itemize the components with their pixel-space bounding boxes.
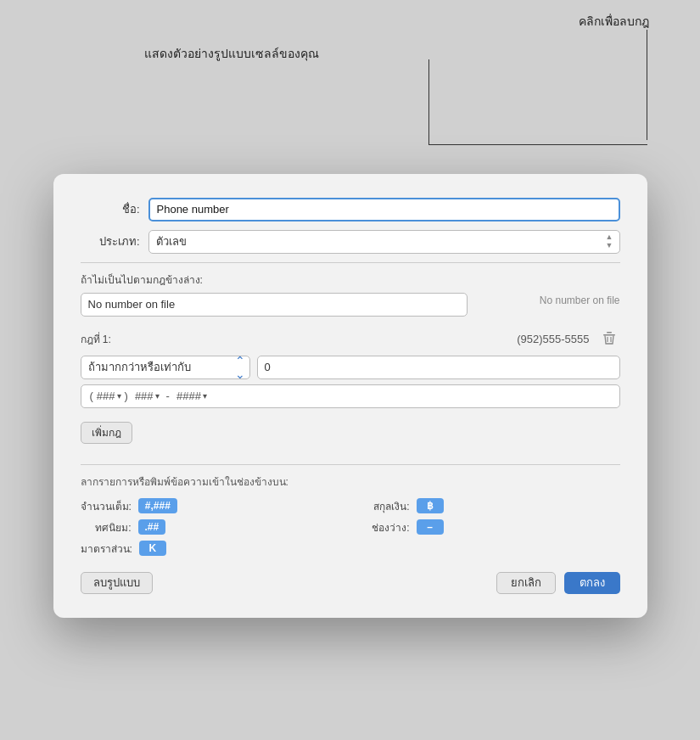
format-seg-1-chevron: ▾	[117, 391, 121, 401]
fallback-section-label: ถ้าไม่เป็นไปตามกฎข้างล่าง:	[81, 272, 620, 288]
format-item-currency: สกุลเงิน: ฿	[359, 498, 620, 514]
rule1-header-right: (952)555-5555	[517, 328, 619, 350]
format-seg-2: ### ▾	[135, 390, 160, 402]
fallback-row: No number on file	[81, 293, 620, 317]
right-annotation-label: คลิกเพื่อลบกฎ	[579, 12, 649, 31]
format-seg-3-chevron: ▾	[203, 391, 207, 401]
format-grid: จำนวนเต็ม: #,### สกุลเงิน: ฿ ทศนิยม: .##…	[81, 498, 620, 557]
divider-1	[81, 262, 620, 263]
delete-rule-button[interactable]	[598, 328, 620, 350]
rule1-preview: (952)555-5555	[517, 333, 589, 345]
format-item-decimal-tag[interactable]: .##	[138, 519, 166, 535]
rule-format-box: ( ### ▾ ) ### ▾ - #### ▾	[81, 384, 620, 408]
type-label: ประเภท:	[81, 233, 140, 250]
format-dialog: ชื่อ: ประเภท: ตัวเลข ▲ ▼ ถ้าไม่เป็นไปตาม…	[53, 174, 647, 618]
svg-rect-0	[603, 334, 615, 335]
format-item-decimal: ทศนิยม: .##	[81, 519, 342, 535]
condition-select-wrapper: ถ้ามากกว่าหรือเท่ากับ ⌃⌄	[81, 356, 250, 379]
format-item-scale-label: มาตราส่วน:	[81, 541, 132, 557]
add-rule-button[interactable]: เพิ่มกฎ	[81, 422, 132, 444]
rule1-label: กฎที่ 1:	[81, 331, 111, 347]
format-item-scale: มาตราส่วน: K	[81, 541, 342, 557]
format-close-paren: )	[125, 390, 128, 402]
name-label: ชื่อ:	[81, 200, 140, 218]
rule1-header: กฎที่ 1: (952)555-5555	[81, 328, 620, 350]
format-item-decimal-label: ทศนิยม:	[81, 519, 132, 535]
format-item-scale-tag[interactable]: K	[139, 541, 166, 556]
format-open-paren: (	[90, 390, 93, 402]
format-seg-2-value: ###	[135, 390, 154, 402]
type-row: ประเภท: ตัวเลข ▲ ▼	[81, 230, 620, 254]
condition-number-input[interactable]	[257, 356, 620, 379]
rule-format-row: ( ### ▾ ) ### ▾ - #### ▾	[81, 384, 620, 408]
format-item-integer-tag[interactable]: #,###	[138, 498, 177, 513]
format-item-integer-label: จำนวนเต็ม:	[81, 498, 132, 514]
format-seg-2-chevron: ▾	[155, 391, 160, 401]
footer-row: ลบรูปแบบ ยกเลิก ตกลง	[81, 572, 620, 594]
format-item-blank: ช่องว่าง: –	[359, 519, 620, 535]
format-item-blank-label: ช่องว่าง:	[359, 519, 410, 535]
fallback-input[interactable]	[81, 293, 468, 317]
format-seg-1-value: ###	[97, 390, 115, 402]
rule-condition-row: ถ้ามากกว่าหรือเท่ากับ ⌃⌄	[81, 356, 620, 379]
condition-select[interactable]: ถ้ามากกว่าหรือเท่ากับ	[81, 356, 250, 379]
format-item-currency-tag[interactable]: ฿	[417, 498, 444, 513]
name-input[interactable]	[148, 198, 620, 221]
top-annotation-label: แสดงตัวอย่างรูปแบบเซลล์ของคุณ	[144, 44, 319, 63]
type-select-wrapper: ตัวเลข ▲ ▼	[148, 230, 620, 254]
drag-note: ลากรายการหรือพิมพ์ข้อความเข้าในช่องข้างบ…	[81, 474, 620, 490]
format-seg-3-value: ####	[176, 390, 201, 402]
format-dash: -	[166, 390, 170, 402]
fallback-preview: No number on file	[468, 293, 620, 306]
delete-format-button[interactable]: ลบรูปแบบ	[81, 572, 153, 594]
format-item-integer: จำนวนเต็ม: #,###	[81, 498, 342, 514]
cancel-button[interactable]: ยกเลิก	[496, 572, 556, 594]
name-row: ชื่อ:	[81, 198, 620, 221]
type-select[interactable]: ตัวเลข	[148, 230, 620, 254]
footer-right: ยกเลิก ตกลง	[496, 572, 620, 594]
format-seg-3: #### ▾	[176, 390, 207, 402]
format-item-currency-label: สกุลเงิน:	[359, 498, 410, 514]
format-item-blank-tag[interactable]: –	[417, 519, 444, 535]
divider-2	[81, 464, 620, 465]
fallback-left	[81, 293, 468, 317]
ok-button[interactable]: ตกลง	[564, 572, 620, 594]
svg-rect-1	[607, 332, 612, 333]
format-seg-1: ### ▾	[97, 390, 121, 402]
